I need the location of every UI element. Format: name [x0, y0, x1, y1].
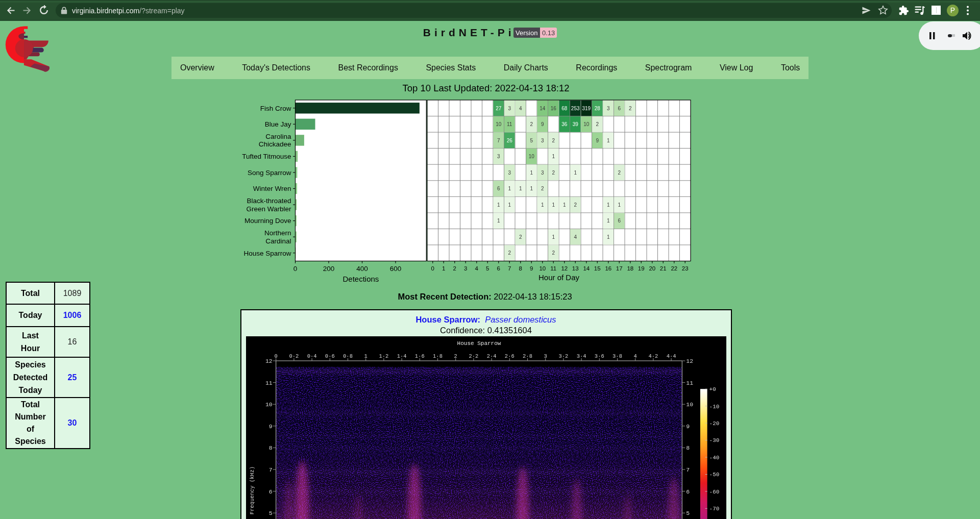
svg-text:1: 1	[607, 202, 610, 208]
svg-text:2·6: 2·6	[505, 353, 514, 359]
svg-text:3: 3	[541, 170, 544, 176]
svg-text:2: 2	[552, 250, 555, 256]
svg-text:1: 1	[541, 202, 544, 208]
svg-text:1·4: 1·4	[397, 353, 407, 359]
svg-text:-20: -20	[709, 421, 720, 427]
svg-text:7: 7	[508, 265, 511, 271]
svg-text:5: 5	[686, 510, 690, 516]
svg-text:Northern: Northern	[264, 229, 291, 237]
svg-text:0·2: 0·2	[289, 353, 299, 359]
svg-text:400: 400	[356, 265, 368, 273]
svg-text:5: 5	[269, 510, 273, 516]
svg-text:14: 14	[540, 106, 546, 111]
svg-text:1: 1	[618, 202, 621, 208]
svg-text:2: 2	[596, 121, 599, 127]
svg-text:22: 22	[671, 265, 677, 271]
svg-text:600: 600	[390, 265, 402, 273]
svg-text:7: 7	[269, 466, 273, 473]
svg-text:9: 9	[686, 423, 690, 430]
svg-text:1: 1	[607, 218, 610, 224]
svg-text:13: 13	[572, 265, 579, 271]
svg-text:1: 1	[607, 234, 610, 240]
svg-text:Mourning Dove: Mourning Dove	[244, 217, 291, 225]
svg-text:11: 11	[686, 380, 693, 386]
svg-text:0: 0	[275, 353, 278, 359]
svg-text:1·8: 1·8	[433, 353, 443, 359]
svg-text:2: 2	[541, 186, 544, 191]
svg-text:18: 18	[627, 265, 633, 271]
svg-text:0·8: 0·8	[343, 353, 353, 359]
svg-text:3: 3	[544, 353, 547, 359]
svg-text:11: 11	[507, 121, 512, 127]
svg-text:1: 1	[607, 138, 610, 143]
svg-text:1: 1	[552, 154, 555, 159]
svg-text:1·2: 1·2	[379, 353, 388, 359]
svg-text:39: 39	[573, 121, 579, 127]
svg-text:10: 10	[539, 265, 546, 271]
svg-text:1: 1	[574, 170, 577, 176]
svg-text:-10: -10	[709, 404, 720, 410]
svg-text:3: 3	[497, 154, 500, 159]
svg-text:2: 2	[453, 265, 456, 271]
svg-text:6: 6	[686, 488, 690, 495]
svg-text:1: 1	[364, 353, 368, 359]
svg-text:Song Sparrow: Song Sparrow	[248, 169, 291, 177]
svg-text:9: 9	[269, 423, 273, 430]
svg-text:House Sparrow: House Sparrow	[243, 250, 291, 257]
svg-text:1: 1	[530, 186, 533, 191]
svg-text:1: 1	[497, 218, 500, 224]
svg-text:4: 4	[634, 353, 637, 359]
svg-text:-60: -60	[709, 489, 720, 495]
svg-text:253: 253	[571, 106, 580, 111]
svg-text:16: 16	[551, 106, 557, 111]
svg-text:1: 1	[508, 186, 511, 191]
svg-text:11: 11	[265, 380, 273, 386]
svg-text:3: 3	[541, 138, 544, 143]
svg-text:3·4: 3·4	[577, 353, 586, 359]
svg-text:7: 7	[686, 466, 690, 473]
svg-text:3: 3	[607, 106, 610, 111]
svg-text:Black-throated: Black-throated	[247, 197, 291, 205]
svg-text:2: 2	[574, 202, 577, 208]
svg-text:7: 7	[497, 138, 500, 143]
svg-text:6: 6	[618, 106, 621, 111]
svg-text:12: 12	[561, 265, 568, 271]
svg-text:15: 15	[594, 265, 601, 271]
svg-text:2: 2	[519, 234, 522, 240]
svg-text:1: 1	[563, 202, 566, 208]
svg-text:-40: -40	[709, 455, 720, 461]
svg-text:1: 1	[552, 202, 555, 208]
svg-text:1: 1	[508, 202, 511, 208]
svg-text:12: 12	[686, 358, 693, 364]
svg-text:6: 6	[497, 186, 500, 191]
svg-text:House Sparrow: House Sparrow	[457, 340, 501, 347]
svg-text:2·2: 2·2	[469, 353, 478, 359]
svg-text:16: 16	[605, 265, 611, 271]
svg-text:Blue Jay: Blue Jay	[265, 120, 291, 128]
svg-text:8: 8	[269, 444, 273, 451]
svg-text:2: 2	[618, 170, 621, 176]
svg-text:2·4: 2·4	[487, 353, 497, 359]
svg-text:27: 27	[496, 106, 502, 111]
svg-text:3: 3	[508, 170, 511, 176]
svg-text:0·6: 0·6	[325, 353, 335, 359]
svg-text:0: 0	[431, 265, 434, 271]
svg-text:2: 2	[629, 106, 632, 111]
svg-text:1: 1	[519, 186, 522, 191]
svg-text:Winter Wren: Winter Wren	[253, 185, 291, 192]
svg-text:+0: +0	[709, 386, 716, 392]
svg-text:Hour of Day: Hour of Day	[538, 273, 580, 282]
svg-text:Chickadee: Chickadee	[259, 140, 291, 148]
svg-text:Fish Crow: Fish Crow	[260, 105, 291, 112]
svg-text:68: 68	[561, 106, 568, 111]
svg-text:3·8: 3·8	[612, 353, 622, 359]
svg-text:5: 5	[530, 138, 533, 143]
svg-text:21: 21	[660, 265, 667, 271]
svg-text:10: 10	[529, 154, 535, 159]
svg-text:1: 1	[552, 234, 555, 240]
svg-text:4: 4	[475, 265, 479, 271]
svg-text:4: 4	[519, 106, 522, 111]
svg-text:-30: -30	[709, 437, 720, 443]
svg-text:Tufted Titmouse: Tufted Titmouse	[242, 153, 291, 160]
svg-text:10: 10	[686, 401, 693, 408]
